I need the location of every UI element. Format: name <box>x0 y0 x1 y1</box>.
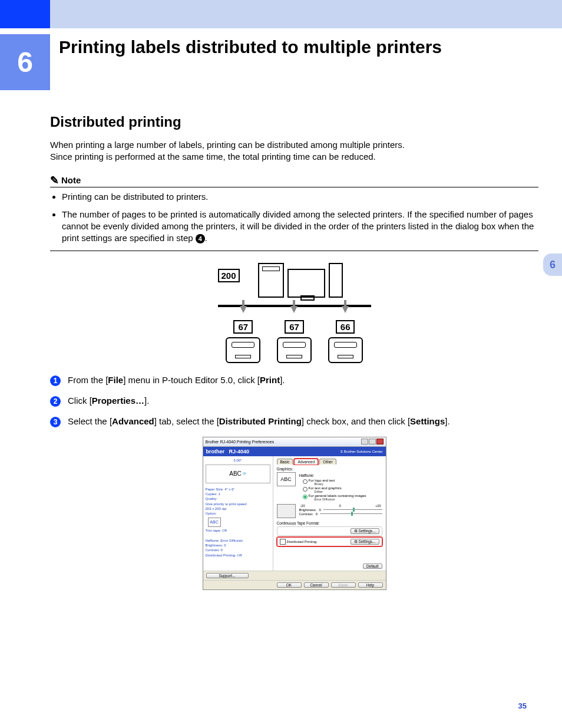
tab-basic[interactable]: Basic <box>277 459 293 465</box>
slider-label: Brightness: <box>299 508 317 512</box>
bold-text: File <box>108 375 123 385</box>
graphics-swatch: ABC <box>277 472 296 486</box>
step-3: 3 Select the [Advanced] tab, select the … <box>50 416 538 427</box>
info-halftone: Halftone: Error Diffusion <box>206 538 270 543</box>
tab-bar: Basic Advanced Other <box>277 459 382 465</box>
ctf-label: Continuous Tape Format: <box>277 521 382 525</box>
step-2: 2 Click [Properties…]. <box>50 396 538 407</box>
radio-binary[interactable]: For logo and textBinary <box>303 479 382 486</box>
note-item-2-pre: The number of pages to be printed is aut… <box>62 209 534 243</box>
printer-icon <box>226 337 260 363</box>
info-paper: Paper Size: 4" x 6" <box>206 487 270 492</box>
mini-preview: ABC <box>208 518 221 527</box>
radio-label: For logo and text <box>309 479 335 482</box>
cancel-button[interactable]: Cancel <box>304 582 329 588</box>
note-icon: ✎ <box>50 174 59 187</box>
distributed-printing-row: Distributed Printing: ⚙ Settings... <box>277 537 382 546</box>
arrow-down-icon <box>240 306 247 313</box>
dp-label: Distributed Printing: <box>287 539 318 543</box>
range-min: -20 <box>300 504 305 508</box>
step-3-text: Select the [Advanced] tab, select the [D… <box>68 416 450 426</box>
note-item-2: The number of pages to be printed is aut… <box>62 209 538 245</box>
radio-error-diffusion[interactable]: For general labels containing imagesErro… <box>303 494 382 501</box>
radio-sub: Dither <box>315 490 342 493</box>
close-icon[interactable] <box>376 439 384 444</box>
text: ]. <box>280 375 285 385</box>
info-quality-detail: Give priority to print speed <box>206 502 270 506</box>
distributed-printing-checkbox[interactable] <box>280 539 286 545</box>
text: ]. <box>144 396 149 406</box>
range-max: +20 <box>375 504 381 508</box>
monitor-icon <box>287 269 325 298</box>
solutions-text: Brother Solutions Center <box>344 450 383 453</box>
intro-text: When printing a large number of labels, … <box>50 139 538 163</box>
chapter-heading: 6 Printing labels distributed to multipl… <box>0 34 562 90</box>
rotate-icon[interactable]: ⟳ <box>243 472 246 476</box>
note-label: Note <box>61 175 81 185</box>
help-button[interactable]: Help <box>358 582 383 588</box>
section-title: Distributed printing <box>50 114 538 130</box>
apply-button[interactable]: Apply <box>331 582 356 588</box>
graphics-label: Graphics: <box>277 467 382 471</box>
distribution-diagram: 200 67 67 66 <box>218 263 371 363</box>
radio-dither[interactable]: For text and graphicsDither <box>303 486 382 493</box>
intro-line2: Since printing is performed at the same … <box>50 151 376 162</box>
printer-icon <box>277 337 312 363</box>
window-buttons <box>361 439 384 445</box>
contrast-slider[interactable]: Contrast:0 <box>299 512 382 516</box>
info-contrast: Contrast: 0 <box>206 548 270 552</box>
diagram-total-label: 200 <box>218 269 240 282</box>
halftone-label: Halftone: <box>299 473 382 477</box>
printer-icon <box>328 337 363 363</box>
radio-sub: Error Diffusion <box>315 498 366 501</box>
brightness-swatch <box>277 504 296 518</box>
info-quality: Quality: <box>206 496 270 501</box>
brand-bar: brother RJ-4040 SBrother Solutions Cente… <box>203 447 386 456</box>
text: ]. <box>445 416 449 426</box>
support-button[interactable]: Support... <box>206 573 249 578</box>
info-trim: Trim tape: Off <box>206 528 270 533</box>
note-list: Printing can be distributed to printers.… <box>50 191 538 245</box>
arrow-down-icon <box>290 306 297 313</box>
bold-text: Advanced <box>112 416 154 426</box>
ok-button[interactable]: OK <box>277 582 302 588</box>
solutions-center-link[interactable]: SBrother Solutions Center <box>340 450 383 453</box>
dialog-left-panel: 5.00" ABC⟳ Paper Size: 4" x 6" Copies: 1… <box>203 456 273 571</box>
maximize-icon[interactable] <box>369 439 376 444</box>
brightness-slider[interactable]: Brightness:0 <box>299 508 382 512</box>
tab-other[interactable]: Other <box>319 459 336 465</box>
dialog-right-panel: Basic Advanced Other Graphics: ABC Halft… <box>273 456 386 571</box>
diagram-count-2: 67 <box>285 320 304 334</box>
text: From the [ <box>68 375 108 385</box>
info-distributed: Distributed Printing: Off <box>206 553 270 558</box>
chapter-number: 6 <box>0 34 50 90</box>
step-number-3: 3 <box>50 417 61 427</box>
note-item-2-post: . <box>205 233 207 243</box>
dp-settings-button[interactable]: ⚙ Settings... <box>351 539 379 545</box>
ctf-settings-button[interactable]: ⚙ Settings... <box>351 528 379 534</box>
slider-value: 0 <box>316 512 318 516</box>
default-button[interactable]: Default <box>363 564 382 569</box>
step-1: 1 From the [File] menu in P-touch Editor… <box>50 375 538 386</box>
info-copies: Copies: 1 <box>206 492 270 496</box>
minimize-icon[interactable] <box>361 439 368 444</box>
bold-text: Distributed Printing <box>219 416 302 426</box>
slider-label: Contrast: <box>299 512 313 516</box>
step-ref-circle: 4 <box>196 234 205 243</box>
step-number-1: 1 <box>50 375 61 386</box>
chapter-title: Printing labels distributed to multiple … <box>50 34 562 58</box>
brand-name: brother <box>206 449 225 454</box>
bold-text: Properties… <box>92 396 144 406</box>
printing-preferences-dialog: Brother RJ-4040 Printing Preferences bro… <box>203 437 386 590</box>
dialog-titlebar: Brother RJ-4040 Printing Preferences <box>203 437 386 447</box>
range-mid: 0 <box>339 504 341 508</box>
cpu-icon <box>258 263 284 298</box>
diagram-count-1: 67 <box>233 320 253 334</box>
tab-advanced[interactable]: Advanced <box>294 459 318 465</box>
model-name: RJ-4040 <box>229 449 250 454</box>
radio-sub: Binary <box>315 482 335 486</box>
text: Select the [ <box>68 416 112 426</box>
arrow-down-icon <box>342 306 349 313</box>
info-option: Option: <box>206 511 270 516</box>
size-label: 5.00" <box>206 459 270 462</box>
